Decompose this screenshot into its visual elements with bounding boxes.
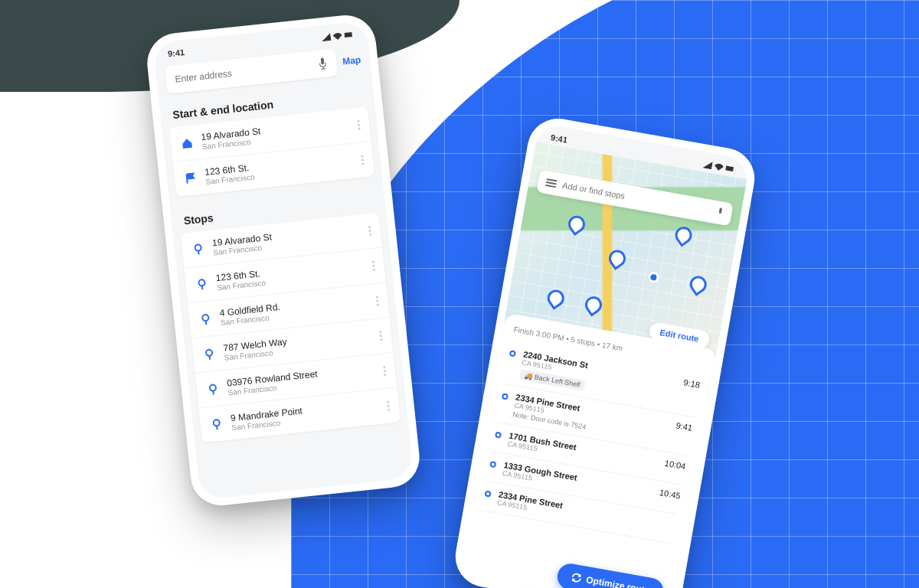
map-pin[interactable] (544, 286, 567, 310)
route-dot-icon (495, 431, 502, 438)
menu-icon[interactable] (545, 178, 558, 188)
more-icon[interactable] (383, 366, 386, 376)
route-time: 9:18 (683, 377, 701, 390)
route-time: 9:41 (675, 420, 693, 433)
more-icon[interactable] (387, 401, 390, 411)
status-time: 9:41 (550, 132, 568, 145)
svg-rect-9 (719, 207, 723, 214)
svg-rect-0 (344, 32, 352, 38)
map-link[interactable]: Map (342, 54, 361, 67)
svg-point-5 (206, 349, 213, 356)
map-pin[interactable] (582, 293, 606, 317)
svg-point-6 (209, 384, 216, 391)
status-icons (321, 31, 354, 41)
wifi-icon (714, 162, 724, 172)
route-dot-icon (489, 461, 496, 468)
more-icon[interactable] (376, 296, 379, 305)
signal-icon (702, 160, 713, 169)
search-input[interactable] (175, 60, 312, 85)
flag-icon (183, 171, 198, 186)
optimize-route-button[interactable]: Optimize route (555, 562, 666, 588)
status-icons (702, 160, 735, 173)
battery-icon (344, 31, 354, 39)
phone-stops-list: 9:41 Map Start & end location 19 Alvarad (144, 12, 422, 508)
mic-icon[interactable] (715, 207, 724, 219)
mic-icon[interactable] (318, 57, 329, 70)
status-time: 9:41 (167, 47, 185, 58)
route-sheet[interactable]: Finish 3:00 PM • 5 stops • 17 km 2240 Ja… (460, 312, 717, 588)
pin-icon (201, 346, 217, 361)
more-icon[interactable] (361, 155, 364, 165)
wifi-icon (332, 31, 342, 40)
pin-icon (195, 276, 210, 292)
svg-point-2 (195, 244, 201, 251)
route-dot-icon (502, 393, 509, 400)
home-icon (179, 136, 195, 151)
more-icon[interactable] (379, 331, 382, 341)
more-icon[interactable] (372, 261, 375, 271)
pin-icon (205, 381, 221, 397)
route-time: 10:04 (664, 459, 686, 472)
refresh-icon (571, 572, 583, 584)
current-location-dot (647, 271, 659, 283)
more-icon[interactable] (368, 226, 371, 236)
more-icon[interactable] (357, 120, 360, 130)
map-pin[interactable] (672, 224, 695, 247)
svg-rect-8 (725, 165, 734, 172)
map-pin[interactable] (686, 273, 710, 296)
map-pin[interactable] (606, 247, 630, 270)
svg-point-7 (213, 419, 220, 426)
map-pin[interactable] (565, 212, 589, 236)
map-search-bar[interactable] (536, 169, 733, 226)
pin-icon (191, 241, 206, 256)
svg-point-3 (198, 279, 205, 286)
map-search-input[interactable] (561, 181, 711, 216)
svg-point-4 (202, 314, 209, 321)
route-time: 10:45 (659, 488, 681, 501)
route-dot-icon (509, 350, 516, 357)
optimize-label: Optimize route (585, 574, 650, 588)
route-dot-icon (484, 490, 491, 497)
battery-icon (725, 164, 736, 173)
pin-icon (209, 416, 224, 432)
svg-rect-1 (321, 57, 325, 64)
pin-icon (198, 312, 214, 327)
signal-icon (321, 33, 331, 41)
